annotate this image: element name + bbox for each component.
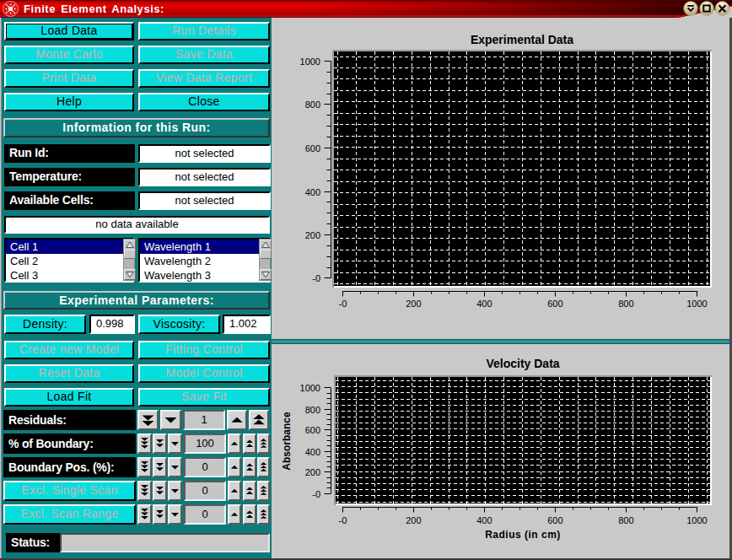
svg-text:200: 200 xyxy=(305,230,320,240)
svg-text:600: 600 xyxy=(547,299,562,309)
svg-text:600: 600 xyxy=(305,425,320,435)
svg-text:Experimental Data: Experimental Data xyxy=(471,33,573,46)
svg-text:200: 200 xyxy=(305,467,320,477)
svg-text:600: 600 xyxy=(547,515,562,525)
svg-text:800: 800 xyxy=(305,405,320,415)
svg-text:800: 800 xyxy=(305,100,320,110)
svg-text:-0: -0 xyxy=(339,515,347,525)
svg-text:800: 800 xyxy=(618,515,633,525)
svg-text:200: 200 xyxy=(406,299,421,309)
svg-text:800: 800 xyxy=(618,299,633,309)
svg-text:Radius (in cm): Radius (in cm) xyxy=(485,529,561,541)
svg-text:Velocity Data: Velocity Data xyxy=(486,357,559,370)
svg-text:1000: 1000 xyxy=(300,383,320,393)
svg-text:1000: 1000 xyxy=(686,299,707,309)
svg-text:400: 400 xyxy=(476,299,492,309)
svg-text:200: 200 xyxy=(406,515,421,525)
svg-text:600: 600 xyxy=(305,143,320,153)
svg-text:400: 400 xyxy=(305,447,320,457)
svg-text:400: 400 xyxy=(305,187,320,197)
svg-text:400: 400 xyxy=(476,515,492,525)
svg-text:Absorbance: Absorbance xyxy=(281,412,293,471)
svg-text:-0: -0 xyxy=(312,273,320,283)
svg-text:-0: -0 xyxy=(339,299,347,309)
svg-text:1000: 1000 xyxy=(686,515,707,525)
svg-text:-0: -0 xyxy=(312,489,320,499)
svg-text:1000: 1000 xyxy=(300,57,320,67)
